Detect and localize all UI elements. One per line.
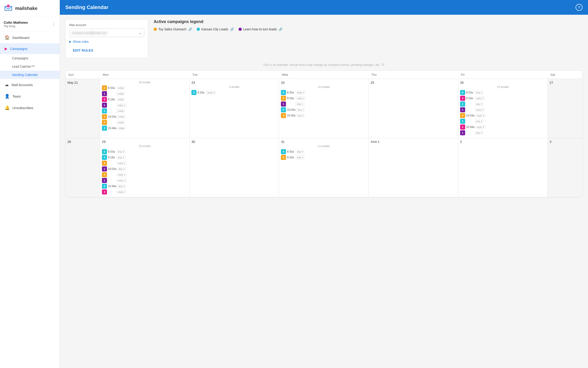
cal-header-thu: Thu [369, 71, 458, 79]
email-entry: 2 drip 2 [460, 101, 546, 107]
email-label: reply 3 [476, 114, 485, 117]
email-badge: 3 [102, 189, 107, 194]
email-badge: 1 [460, 107, 465, 112]
link-icon-learn-leads[interactable]: 🔗 [279, 28, 282, 31]
sidebar-item-campaigns-sub[interactable]: Campaigns [0, 54, 60, 62]
team-icon: 👤 [5, 94, 10, 99]
user-menu-icon[interactable]: ⋮ [51, 21, 56, 27]
email-entry: 1 drip 2 [460, 130, 546, 135]
email-badge: 1 [102, 178, 107, 183]
edit-rules-button[interactable]: EDIT RULES [69, 47, 97, 54]
cal-header-tue: Tue [190, 71, 279, 79]
cal-header-wed: Wed [279, 71, 369, 79]
email-label: initial [117, 115, 125, 119]
email-entry: 6 8:33a reply 2 [191, 90, 277, 95]
sidebar-item-dashboard[interactable]: 🏠 Dashboard [0, 32, 60, 43]
link-icon-kansas-city[interactable]: 🔗 [230, 28, 234, 31]
email-badge: 6 [281, 149, 286, 154]
mail-account-select[interactable]: someaccount@mail.com ⌄ [69, 28, 144, 37]
email-badge: 2 [102, 184, 107, 189]
legend-dot-toy-sales [154, 28, 157, 31]
email-time: 10:03a [287, 108, 295, 111]
email-badge: 4 [460, 113, 465, 118]
email-time: 10:03a [108, 167, 116, 171]
legend-item-learn-leads: Learn how to turn leads 🔗 [239, 28, 282, 31]
cal-date: 2 [460, 140, 546, 144]
cal-header-sat: Sat [548, 71, 582, 79]
email-time: 9:18a [108, 156, 116, 159]
email-badge: 3 [460, 125, 465, 129]
show-rules-label: Show rules [73, 40, 89, 44]
sidebar-item-lead-catcher[interactable]: Lead Catcher™ [0, 62, 60, 71]
user-section: Colin Mathews Toy King ⋮ [0, 17, 60, 32]
email-label: drip 2 [475, 91, 484, 94]
controls-row: Mail account someaccount@mail.com ⌄ ▶ Sh… [65, 19, 582, 58]
cal-date: 29 [102, 140, 188, 144]
cal-cell-23: 23 6 emails 6 8:33a reply 2 [190, 79, 279, 138]
email-label: drip 2 [475, 120, 484, 123]
cal-date: 28 [67, 140, 98, 144]
email-entry: 1 drip 1 [281, 101, 366, 107]
email-label: initial [117, 98, 125, 101]
cal-cell-31: 31 11 emails 6 8:33a drip 4 5 9:18a drip… [279, 138, 369, 197]
email-entry: 2 drip 2 [460, 119, 546, 124]
campaigns-sub-nav: Campaigns Lead Catcher™ Sending Calendar [0, 54, 60, 79]
cal-cell-27: 27 [548, 79, 582, 138]
email-badge: 1 [460, 130, 465, 135]
email-entry: 1 initial [102, 91, 188, 96]
sidebar-item-sending-calendar[interactable]: Sending Calendar [0, 71, 60, 79]
email-badge: 6 [460, 90, 465, 95]
calendar-week-2: 28 29 23 emails 6 8:33a drip 3 2 9:18a d… [66, 138, 582, 197]
legend-label: Toy Sales Outreach [158, 28, 186, 31]
email-entry: 6 8:33a drip 2 [460, 90, 546, 95]
email-entry: 1 reply 1 [102, 103, 188, 108]
cal-cell-26: 26 22 emails 6 8:33a drip 2 3 9:18a repl… [458, 79, 548, 138]
email-entry: 2 9:18a drip 3 [102, 155, 188, 160]
sidebar-item-label: Unsubscribes [12, 106, 33, 110]
email-label: drip 2 [475, 102, 484, 106]
main-nav: 🏠 Dashboard ▶ Campaigns Campaigns Lead C… [0, 32, 60, 113]
email-label: reply 3 [475, 96, 485, 100]
show-rules-toggle[interactable]: ▶ Show rules [69, 40, 144, 44]
email-badge: 2 [102, 126, 107, 131]
home-icon: 🏠 [5, 35, 10, 40]
main-content: Sending Calendar ? Mail account someacco… [60, 0, 588, 368]
email-badge: 4 [102, 161, 107, 166]
legend-box: Active campaigns legend Toy Sales Outrea… [154, 19, 582, 31]
sidebar-item-campaigns[interactable]: ▶ Campaigns [0, 43, 60, 54]
email-entry: 4 10:48a drip 1 [281, 113, 366, 118]
email-count: 22 emails [460, 85, 546, 89]
sidebar-item-unsubscribes[interactable]: 🔔 Unsubscribes [0, 102, 60, 113]
help-button[interactable]: ? [576, 4, 582, 11]
email-label: drip 1 [296, 102, 304, 106]
cloud-icon: ☁ [5, 82, 9, 87]
email-label: reply 2 [117, 190, 127, 194]
email-badge: 4 [102, 172, 107, 177]
content-area: Mail account someaccount@mail.com ⌄ ▶ Sh… [60, 15, 588, 368]
email-count: 24 emails [102, 81, 188, 84]
email-entry: 1 reply 2 [460, 107, 546, 112]
cal-cell-25: 25 [369, 79, 458, 138]
sidebar-item-label: Mail Accounts [11, 83, 33, 87]
email-entry: 1 10:03a drip 3 [102, 166, 188, 171]
email-label: drip 1 [296, 108, 305, 112]
sidebar-item-mail-accounts[interactable]: ☁ Mail Accounts [0, 79, 60, 91]
sidebar-item-team[interactable]: 👤 Team [0, 91, 60, 102]
email-entry: 1 10:03a initial [102, 114, 188, 119]
refresh-icon[interactable]: ↻ [382, 63, 385, 67]
email-entry: 3 10:48a reply 3 [460, 125, 546, 129]
sending-calendar: Sun Mon Tue Wed Thu Fri Sat May 21 24 em… [65, 70, 582, 197]
email-time: 9:18a [108, 98, 116, 101]
link-icon-toy-sales[interactable]: 🔗 [188, 28, 192, 31]
cal-cell-29: 29 23 emails 6 8:33a drip 3 2 9:18a drip… [100, 138, 190, 197]
email-entry: 6 8:33a drip 3 [102, 149, 188, 154]
email-entry: 6 8:33a reply 1 [281, 90, 366, 95]
cal-date: 31 [281, 140, 366, 144]
email-time: 8:33a [287, 150, 295, 153]
email-badge: 6 [102, 149, 107, 154]
email-entry: 5 initial [102, 120, 188, 125]
email-time: 8:33a [466, 91, 474, 94]
email-time: 10:48a [108, 127, 116, 130]
sub-nav-label: Campaigns [12, 56, 28, 60]
email-badge: 3 [460, 96, 465, 101]
